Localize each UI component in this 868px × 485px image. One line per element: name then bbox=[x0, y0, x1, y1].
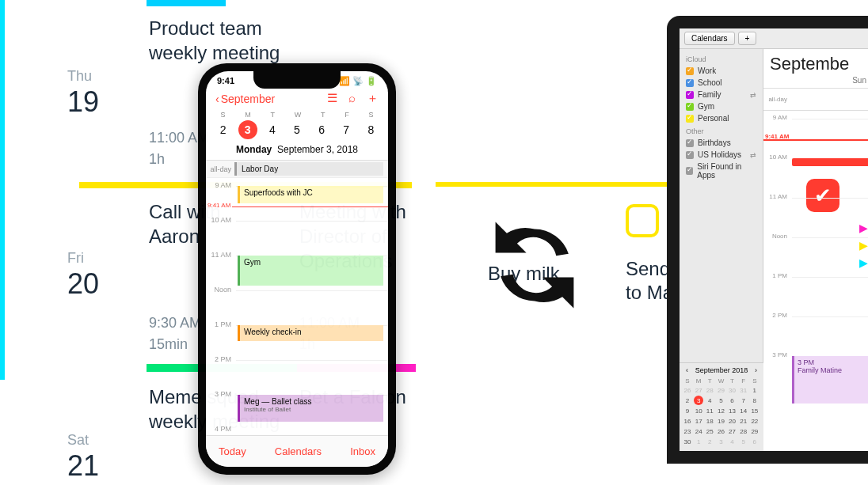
task-checkbox[interactable] bbox=[626, 204, 659, 237]
calendar-color-checkbox[interactable] bbox=[686, 139, 694, 147]
minical-day[interactable]: 26 bbox=[683, 385, 692, 395]
date-cell-selected[interactable]: 3 bbox=[238, 120, 257, 139]
sidebar-calendar-item[interactable]: Gym bbox=[680, 100, 763, 112]
minical-day[interactable]: 29 bbox=[716, 385, 725, 395]
minical-day[interactable]: 16 bbox=[683, 416, 692, 426]
calendar-color-checkbox[interactable] bbox=[686, 115, 694, 123]
calendar-color-checkbox[interactable] bbox=[686, 91, 694, 99]
calendar-color-checkbox[interactable] bbox=[686, 67, 694, 75]
mac-event-family[interactable]: 3 PM Family Matine bbox=[792, 356, 868, 404]
mac-toolbar: Calendars + bbox=[680, 28, 868, 49]
event-gym[interactable]: Gym bbox=[238, 256, 383, 286]
sidebar-calendar-item[interactable]: Siri Found in Apps bbox=[680, 161, 763, 181]
minical-day[interactable]: 3 bbox=[716, 437, 725, 446]
back-button[interactable]: ‹ September bbox=[215, 93, 275, 105]
minical-day[interactable]: 2 bbox=[705, 437, 714, 446]
sidebar-calendar-item[interactable]: Personal bbox=[680, 112, 763, 124]
day-label-fri: Fri bbox=[67, 250, 84, 267]
minical-day[interactable]: 4 bbox=[705, 396, 714, 405]
sidebar-calendar-item[interactable]: School bbox=[680, 77, 763, 89]
hour-line bbox=[236, 221, 388, 222]
bottom-toolbar: Today Calendars Inbox bbox=[206, 435, 388, 467]
minical-day[interactable]: 6 bbox=[750, 437, 760, 446]
list-view-icon[interactable]: ☰ bbox=[327, 91, 337, 106]
minical-day[interactable]: 24 bbox=[694, 426, 703, 436]
date-cell[interactable]: 2 bbox=[214, 120, 233, 139]
sidebar-calendar-item[interactable]: Birthdays bbox=[680, 137, 763, 149]
date-cell[interactable]: 4 bbox=[263, 120, 282, 139]
minical-day[interactable]: 31 bbox=[739, 385, 748, 395]
minical-day[interactable]: 30 bbox=[728, 385, 737, 395]
minical-day[interactable]: 18 bbox=[705, 416, 714, 426]
minical-day[interactable]: 29 bbox=[750, 426, 760, 436]
minical-day[interactable]: 8 bbox=[750, 396, 760, 405]
event-ballet[interactable]: Meg — Ballet class Institute of Ballet bbox=[238, 395, 383, 422]
sidebar-calendar-item[interactable]: Family⇄ bbox=[680, 89, 763, 100]
minical-day[interactable]: 28 bbox=[705, 385, 714, 395]
minical-dow: F bbox=[739, 376, 748, 385]
minical-day[interactable]: 1 bbox=[694, 437, 703, 446]
calendars-toolbar-button[interactable]: Calendars bbox=[684, 32, 735, 45]
minical-day[interactable]: 17 bbox=[694, 416, 703, 426]
mini-calendar[interactable]: ‹ September 2018 › SMTWTFS 2627282930311… bbox=[680, 362, 763, 451]
date-cell[interactable]: 6 bbox=[312, 120, 331, 139]
calendar-name: Personal bbox=[698, 114, 729, 123]
minical-day[interactable]: 5 bbox=[716, 396, 725, 405]
minical-day[interactable]: 9 bbox=[683, 406, 692, 415]
calendar-color-checkbox[interactable] bbox=[686, 151, 694, 159]
minical-day[interactable]: 13 bbox=[728, 406, 737, 415]
minical-day[interactable]: 12 bbox=[716, 406, 725, 415]
all-day-event[interactable]: Labor Day bbox=[234, 162, 383, 176]
minical-day[interactable]: 19 bbox=[716, 416, 725, 426]
calendar-color-checkbox[interactable] bbox=[686, 103, 694, 111]
add-calendar-button[interactable]: + bbox=[738, 32, 757, 45]
calendar-color-checkbox[interactable] bbox=[686, 79, 694, 87]
shared-icon: ⇄ bbox=[750, 151, 756, 159]
minical-day[interactable]: 6 bbox=[728, 396, 737, 405]
date-cell[interactable]: 7 bbox=[337, 120, 356, 139]
minical-next[interactable]: › bbox=[755, 366, 757, 374]
event-time: 9:30 AM bbox=[149, 315, 201, 331]
day-timeline[interactable]: 9 AM Superfoods with JC 9:41 AM 10 AM 11… bbox=[206, 178, 388, 431]
today-button[interactable]: Today bbox=[219, 445, 246, 457]
date-cell[interactable]: 5 bbox=[287, 120, 306, 139]
minical-day[interactable]: 20 bbox=[728, 416, 737, 426]
minical-day[interactable]: 28 bbox=[739, 426, 748, 436]
sidebar-calendar-item[interactable]: Work bbox=[680, 65, 763, 77]
search-icon[interactable]: ⌕ bbox=[348, 91, 356, 106]
minical-prev[interactable]: ‹ bbox=[686, 366, 688, 374]
minical-day[interactable]: 7 bbox=[739, 396, 748, 405]
event-weekly-checkin[interactable]: Weekly check-in bbox=[238, 325, 383, 341]
inbox-button[interactable]: Inbox bbox=[350, 445, 375, 457]
minical-day[interactable]: 14 bbox=[739, 406, 748, 415]
minical-day[interactable]: 4 bbox=[728, 437, 737, 446]
mac-red-event-bar[interactable] bbox=[792, 158, 868, 166]
minical-day[interactable]: 30 bbox=[683, 437, 692, 446]
minical-day[interactable]: 11 bbox=[705, 406, 714, 415]
add-event-icon[interactable]: ＋ bbox=[367, 91, 379, 106]
minical-day[interactable]: 15 bbox=[750, 406, 760, 415]
minical-day[interactable]: 2 bbox=[683, 396, 692, 405]
event-superfoods[interactable]: Superfoods with JC bbox=[238, 186, 383, 203]
minical-dow: T bbox=[728, 376, 737, 385]
minical-day[interactable]: 25 bbox=[705, 426, 714, 436]
minical-day[interactable]: 3 bbox=[694, 396, 703, 405]
hour-line bbox=[792, 237, 868, 238]
minical-day[interactable]: 5 bbox=[739, 437, 748, 446]
minical-day[interactable]: 23 bbox=[683, 426, 692, 436]
task-checkbox-only[interactable] bbox=[626, 204, 659, 237]
calendar-color-checkbox[interactable] bbox=[686, 167, 693, 175]
minical-day[interactable]: 26 bbox=[716, 426, 725, 436]
minical-day[interactable]: 22 bbox=[750, 416, 760, 426]
minical-day[interactable]: 1 bbox=[750, 385, 760, 395]
calendars-button[interactable]: Calendars bbox=[275, 445, 322, 457]
minical-day[interactable]: 27 bbox=[728, 426, 737, 436]
minical-day[interactable]: 10 bbox=[694, 406, 703, 415]
minical-day[interactable]: 27 bbox=[694, 385, 703, 395]
sync-icon bbox=[483, 214, 586, 316]
mac-timeline[interactable]: 9 AM 9:41 AM 10 AM ✔ 11 AM ▶ Noon bbox=[763, 111, 868, 427]
sidebar-calendar-item[interactable]: US Holidays⇄ bbox=[680, 149, 763, 161]
date-cell[interactable]: 8 bbox=[361, 120, 380, 139]
minical-day[interactable]: 21 bbox=[739, 416, 748, 426]
event-product-meeting[interactable]: Product team weekly meeting bbox=[149, 16, 284, 65]
